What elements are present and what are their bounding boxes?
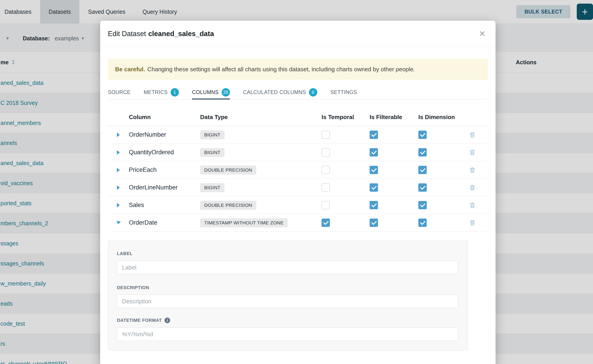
modal-title-prefix: Edit Dataset	[108, 30, 146, 38]
datetime-format-field-label: DATETIME FORMAT i	[117, 318, 170, 323]
column-name: PriceEach	[129, 166, 200, 173]
column-name: OrderLineNumber	[129, 184, 200, 191]
description-field-label: DESCRIPTION	[117, 285, 149, 290]
warning-bold-text: Be careful.	[115, 66, 145, 73]
is-dimension-checkbox[interactable]	[418, 219, 427, 227]
expand-caret-icon[interactable]	[117, 133, 120, 137]
tab-count-badge: 0	[309, 88, 317, 97]
expand-caret-icon[interactable]	[116, 221, 121, 224]
warning-text: Changing these settings will affect all …	[147, 66, 415, 73]
columns-table-header: Column Data Type Is Temporal Is Filterab…	[108, 109, 488, 126]
delete-column-icon[interactable]	[469, 202, 476, 209]
data-type-header: Data Type	[200, 114, 322, 121]
delete-column-icon[interactable]	[469, 166, 476, 173]
delete-column-icon[interactable]	[469, 184, 476, 191]
tab-columns[interactable]: COLUMNS25	[192, 85, 230, 99]
is-dimension-checkbox[interactable]	[418, 201, 427, 209]
column-name: OrderDate	[129, 219, 200, 226]
modal-title-dataset-name: cleaned_sales_data	[148, 30, 214, 38]
is-temporal-checkbox[interactable]	[322, 183, 330, 192]
tab-source[interactable]: SOURCE	[108, 85, 131, 99]
column-row-priceeach: PriceEachDOUBLE PRECISION	[108, 161, 488, 179]
label-input[interactable]	[117, 261, 458, 274]
modal-tabs: SOURCEMETRICS1COLUMNS25CALCULATED COLUMN…	[108, 85, 488, 99]
edit-dataset-modal: Edit Datasetcleaned_sales_data ✕ Be care…	[100, 21, 495, 364]
tab-label: COLUMNS	[192, 89, 219, 95]
is-filterable-checkbox[interactable]	[370, 201, 378, 209]
delete-column-icon[interactable]	[469, 131, 476, 138]
is-dimension-header: Is Dimension	[418, 114, 467, 121]
is-dimension-checkbox[interactable]	[418, 166, 427, 174]
expand-caret-icon[interactable]	[117, 185, 120, 190]
data-type-pill: BIGINT	[200, 130, 224, 139]
data-type-pill: DOUBLE PRECISION	[200, 201, 256, 210]
tab-calculated-columns[interactable]: CALCULATED COLUMNS0	[243, 85, 317, 99]
is-temporal-checkbox[interactable]	[322, 166, 330, 174]
column-name: OrderNumber	[129, 131, 200, 138]
is-temporal-header: Is Temporal	[322, 114, 370, 121]
columns-table-rows: OrderNumberBIGINTQuantityOrderedBIGINTPr…	[108, 126, 488, 232]
tab-metrics[interactable]: METRICS1	[144, 85, 179, 99]
is-temporal-checkbox[interactable]	[322, 148, 330, 156]
is-dimension-checkbox[interactable]	[418, 183, 427, 192]
datetime-format-input[interactable]	[117, 327, 458, 341]
warning-banner: Be careful. Changing these settings will…	[108, 59, 488, 80]
is-temporal-checkbox[interactable]	[322, 201, 330, 209]
is-temporal-checkbox[interactable]	[322, 130, 330, 139]
is-filterable-checkbox[interactable]	[370, 219, 378, 227]
data-type-pill: BIGINT	[200, 183, 224, 192]
data-type-pill: TIMESTAMP WITHOUT TIME ZONE	[200, 218, 288, 227]
is-dimension-checkbox[interactable]	[418, 148, 427, 156]
tab-label: METRICS	[144, 89, 168, 95]
delete-column-icon[interactable]	[469, 219, 476, 226]
column-row-ordernumber: OrderNumberBIGINT	[108, 126, 488, 144]
label-field-label: LABEL	[117, 251, 133, 256]
tab-count-badge: 1	[171, 88, 179, 97]
expand-caret-icon[interactable]	[117, 168, 120, 172]
modal-header: Edit Datasetcleaned_sales_data ✕	[100, 21, 495, 47]
tab-label: SOURCE	[108, 89, 131, 95]
is-filterable-checkbox[interactable]	[370, 130, 378, 139]
is-filterable-checkbox[interactable]	[370, 183, 378, 192]
column-header: Column	[129, 114, 200, 121]
expand-caret-icon[interactable]	[117, 203, 120, 208]
column-name: Sales	[129, 202, 200, 209]
modal-body: Be careful. Changing these settings will…	[100, 59, 495, 351]
tab-label: SETTINGS	[330, 89, 357, 95]
datetime-format-label-text: DATETIME FORMAT	[117, 318, 162, 323]
modal-title: Edit Datasetcleaned_sales_data	[108, 30, 214, 38]
description-input[interactable]	[117, 294, 458, 308]
is-filterable-header: Is Filterable	[370, 114, 418, 121]
column-row-orderlinenumber: OrderLineNumberBIGINT	[108, 179, 488, 196]
column-row-orderdate: OrderDateTIMESTAMP WITHOUT TIME ZONE	[108, 214, 488, 232]
data-type-pill: DOUBLE PRECISION	[200, 166, 256, 175]
column-name: QuantityOrdered	[129, 149, 200, 156]
column-row-quantityordered: QuantityOrderedBIGINT	[108, 144, 488, 161]
column-detail-panel: LABEL DESCRIPTION DATETIME FORMAT i	[108, 241, 468, 351]
is-filterable-checkbox[interactable]	[370, 148, 378, 156]
tab-label: CALCULATED COLUMNS	[243, 89, 306, 95]
is-temporal-checkbox[interactable]	[322, 219, 330, 227]
expand-caret-icon[interactable]	[117, 150, 120, 155]
tab-count-badge: 25	[222, 88, 230, 97]
info-icon[interactable]: i	[165, 318, 170, 323]
tab-settings[interactable]: SETTINGS	[330, 85, 357, 99]
close-icon[interactable]: ✕	[479, 29, 486, 39]
column-row-sales: SalesDOUBLE PRECISION	[108, 196, 488, 214]
is-filterable-checkbox[interactable]	[370, 166, 378, 174]
delete-column-icon[interactable]	[469, 149, 476, 156]
data-type-pill: BIGINT	[200, 148, 224, 157]
is-dimension-checkbox[interactable]	[418, 130, 427, 139]
